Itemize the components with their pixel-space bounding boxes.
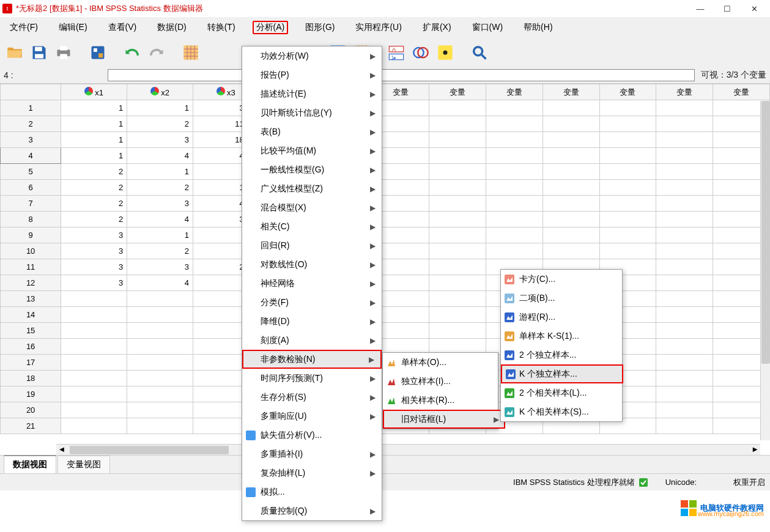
menu-item[interactable]: 功效分析(W)▶ <box>242 46 382 65</box>
cell[interactable]: 3 <box>61 275 127 291</box>
menu-item[interactable]: 旧对话框(L)▶ <box>383 410 505 429</box>
table-row[interactable]: 10 3 2 9.0 <box>1 243 770 259</box>
menu-item[interactable]: 报告(P)▶ <box>242 65 382 84</box>
menu-view[interactable]: 查看(V) <box>105 21 141 34</box>
menu-item[interactable]: 质量控制(Q)▶ <box>242 501 382 520</box>
cell[interactable] <box>599 116 656 132</box>
row-header[interactable]: 7 <box>1 196 61 212</box>
cell[interactable] <box>656 243 713 259</box>
menu-item[interactable]: 缺失值分析(V)... <box>242 426 382 445</box>
menu-item[interactable]: 二项(B)... <box>501 289 623 308</box>
cell[interactable] <box>656 371 713 386</box>
menu-data[interactable]: 数据(D) <box>154 21 190 34</box>
print-button[interactable] <box>53 42 75 64</box>
cell[interactable] <box>61 323 127 339</box>
menu-item[interactable]: 多重插补(I)▶ <box>242 445 382 464</box>
table-row[interactable]: 12 3 4 4.0 <box>1 275 770 291</box>
cell[interactable] <box>61 339 127 355</box>
cell[interactable] <box>542 116 599 132</box>
menu-analyze[interactable]: 分析(A) <box>253 21 289 34</box>
cell[interactable] <box>656 180 713 196</box>
cell[interactable]: 1 <box>61 116 127 132</box>
row-header[interactable]: 8 <box>1 212 61 227</box>
cell[interactable]: 4 <box>127 212 193 227</box>
cell[interactable]: 3 <box>61 227 127 243</box>
table-row[interactable]: 9 3 1 1.0 <box>1 227 770 243</box>
vertical-scrollbar[interactable] <box>760 101 770 440</box>
undo-button[interactable] <box>121 42 143 64</box>
cell[interactable] <box>127 307 193 323</box>
cell[interactable] <box>61 307 127 323</box>
cell[interactable] <box>656 212 713 227</box>
cell[interactable] <box>656 100 713 116</box>
cell[interactable] <box>542 196 599 212</box>
menu-item[interactable]: 独立样本(I)... <box>383 372 505 391</box>
recall-dialog-button[interactable] <box>87 42 109 64</box>
scrollbar-thumb[interactable] <box>761 101 770 364</box>
table-row[interactable]: 1 1 1 36.0 <box>1 100 770 116</box>
tab-variable-view[interactable]: 变量视图 <box>57 456 110 473</box>
save-button[interactable] <box>28 42 50 64</box>
row-header[interactable]: 1 <box>1 100 61 116</box>
cell[interactable]: 4 <box>127 148 193 164</box>
menu-item[interactable]: 时间序列预测(T)▶ <box>242 369 382 388</box>
cell[interactable] <box>429 196 486 212</box>
cell[interactable] <box>656 355 713 371</box>
cell[interactable]: 3 <box>127 196 193 212</box>
cell[interactable]: 2 <box>61 164 127 180</box>
menu-item[interactable]: 复杂抽样(L)▶ <box>242 464 382 482</box>
row-header[interactable]: 19 <box>1 386 61 402</box>
menu-item[interactable]: 相关(C)▶ <box>242 217 382 236</box>
cell[interactable] <box>486 196 543 212</box>
cell[interactable] <box>429 243 486 259</box>
cell[interactable] <box>61 371 127 386</box>
cell[interactable] <box>656 275 713 291</box>
col-var[interactable]: 变量 <box>713 84 770 100</box>
cell[interactable] <box>542 164 599 180</box>
cell[interactable] <box>542 148 599 164</box>
table-row[interactable]: 5 2 1 4.0 <box>1 164 770 180</box>
cell[interactable] <box>127 291 193 307</box>
cell[interactable] <box>429 100 486 116</box>
tab-data-view[interactable]: 数据视图 <box>4 454 56 473</box>
minimize-button[interactable]: — <box>687 0 714 17</box>
cell[interactable] <box>656 196 713 212</box>
horizontal-scrollbar[interactable]: ◄ ► <box>56 444 760 455</box>
table-row[interactable]: 15 <box>1 323 770 339</box>
cell[interactable]: 2 <box>61 212 127 227</box>
open-button[interactable] <box>4 42 26 64</box>
menu-file[interactable]: 文件(F) <box>6 21 42 34</box>
cell[interactable] <box>599 132 656 148</box>
cell[interactable]: 4 <box>127 275 193 291</box>
menu-transform[interactable]: 转换(T) <box>204 21 239 34</box>
cell[interactable] <box>542 100 599 116</box>
row-header[interactable]: 15 <box>1 323 61 339</box>
cell[interactable] <box>486 164 543 180</box>
col-var[interactable]: 变量 <box>656 84 713 100</box>
cell[interactable] <box>656 402 713 418</box>
col-x2[interactable]: x2 <box>127 84 193 100</box>
menu-item[interactable]: 多重响应(U)▶ <box>242 407 382 426</box>
cell[interactable]: 2 <box>61 196 127 212</box>
menu-item[interactable]: 单样本(O)... <box>383 353 505 372</box>
cell[interactable] <box>542 180 599 196</box>
menu-item[interactable]: 2 个相关样本(L)... <box>501 383 623 402</box>
menu-item[interactable]: 一般线性模型(G)▶ <box>242 160 382 179</box>
select-cases-button[interactable] <box>410 42 432 64</box>
menu-item[interactable]: 神经网络▶ <box>242 274 382 293</box>
cell[interactable] <box>599 148 656 164</box>
cell[interactable]: 1 <box>127 227 193 243</box>
cell[interactable] <box>542 212 599 227</box>
row-header[interactable]: 3 <box>1 132 61 148</box>
row-header[interactable]: 16 <box>1 339 61 355</box>
cell[interactable] <box>656 291 713 307</box>
cell[interactable] <box>486 180 543 196</box>
cell[interactable] <box>429 164 486 180</box>
table-row[interactable]: 3 1 3 184.0 <box>1 132 770 148</box>
col-x1[interactable]: x1 <box>61 84 127 100</box>
cell[interactable] <box>61 402 127 418</box>
cell[interactable]: 1 <box>61 148 127 164</box>
menu-item[interactable]: 2 个独立样本... <box>501 345 623 364</box>
cell[interactable]: 2 <box>127 116 193 132</box>
cell[interactable] <box>656 259 713 275</box>
